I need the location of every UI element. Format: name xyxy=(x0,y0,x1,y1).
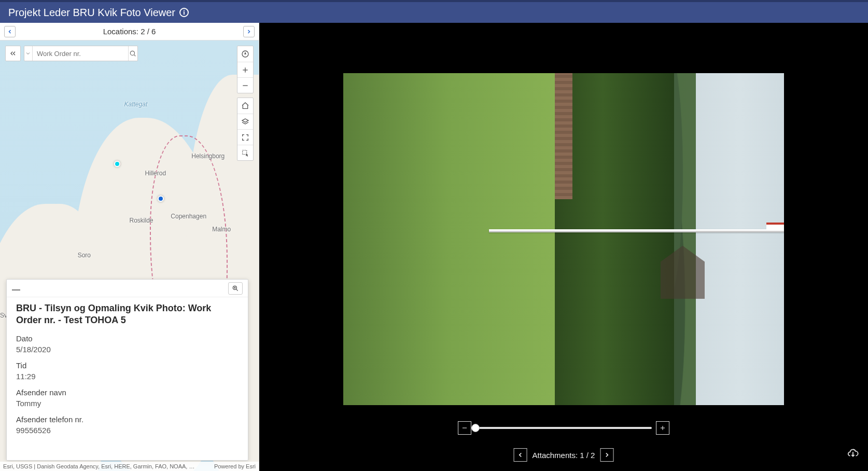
field-label: Afsender navn xyxy=(16,388,239,397)
field-value: 11:29 xyxy=(16,372,239,381)
select-tool-button[interactable] xyxy=(237,145,253,160)
photo-region xyxy=(766,223,784,230)
zoom-in-button[interactable] xyxy=(237,62,253,77)
search-button[interactable] xyxy=(128,46,137,61)
plus-icon xyxy=(659,424,666,432)
minus-icon xyxy=(461,424,468,432)
svg-marker-7 xyxy=(242,119,248,122)
minimize-icon xyxy=(12,289,20,290)
zoom-track[interactable] xyxy=(475,427,652,429)
detail-header xyxy=(7,280,248,297)
minus-icon xyxy=(241,81,249,90)
attachment-nav: Attachments: 1 / 2 xyxy=(514,448,614,462)
home-icon xyxy=(241,102,249,110)
attachment-next-button[interactable] xyxy=(600,448,613,462)
fullscreen-button[interactable] xyxy=(237,129,253,145)
search-input[interactable] xyxy=(33,46,128,61)
zoom-out-button[interactable] xyxy=(237,77,253,93)
field-value: 5/18/2020 xyxy=(16,345,239,354)
zoom-slider xyxy=(458,421,669,435)
layers-button[interactable] xyxy=(237,114,253,129)
home-extent-button[interactable] xyxy=(237,98,253,114)
svg-marker-3 xyxy=(244,52,246,54)
attribution-right: Powered by Esri xyxy=(214,463,256,469)
left-panel: Locations: 2 / 6 Kattegat Helsingborg Hi… xyxy=(0,23,259,471)
svg-line-1 xyxy=(134,55,136,57)
app-title: Projekt Leder BRU Kvik Foto Viewer xyxy=(8,7,175,19)
zoom-handle[interactable] xyxy=(471,424,480,432)
photo[interactable] xyxy=(343,73,784,405)
chevron-down-icon xyxy=(25,50,31,57)
locations-label: Locations: 2 / 6 xyxy=(103,27,156,36)
zoom-to-feature-button[interactable] xyxy=(228,282,243,295)
map-attribution: Esri, USGS | Danish Geodata Agency, Esri… xyxy=(0,462,259,471)
field-value: 99556526 xyxy=(16,426,239,435)
photo-viewer: Attachments: 1 / 2 xyxy=(259,23,868,471)
detail-body[interactable]: BRU - Tilsyn og Opmaling Kvik Photo: Wor… xyxy=(7,297,248,460)
zoom-in-magnifier-icon xyxy=(232,285,239,292)
expand-icon xyxy=(241,133,249,142)
detail-title: BRU - Tilsyn og Opmaling Kvik Photo: Wor… xyxy=(16,302,239,327)
photo-region xyxy=(343,73,555,405)
chevrons-left-icon xyxy=(9,49,17,58)
field-label: Tid xyxy=(16,361,239,370)
download-button[interactable] xyxy=(847,448,859,462)
search-source-dropdown[interactable] xyxy=(24,46,33,61)
map[interactable]: Kattegat Helsingborg Hillerod Copenhagen… xyxy=(0,40,259,471)
zoom-out-button[interactable] xyxy=(458,421,471,435)
chevron-left-icon xyxy=(7,29,13,35)
field-label: Dato xyxy=(16,334,239,343)
selection-icon xyxy=(241,149,249,157)
map-feature-point[interactable] xyxy=(114,161,120,167)
reset-north-button[interactable] xyxy=(237,46,253,62)
photo-region xyxy=(489,229,785,232)
app-header: Projekt Leder BRU Kvik Foto Viewer i xyxy=(0,0,868,23)
locations-next-button[interactable] xyxy=(243,26,255,37)
info-icon[interactable]: i xyxy=(179,8,189,17)
field-value: Tommy xyxy=(16,399,239,408)
locations-prev-button[interactable] xyxy=(4,26,16,37)
attachment-counter: Attachments: 1 / 2 xyxy=(533,451,595,460)
photo-region xyxy=(555,73,674,405)
attachment-prev-button[interactable] xyxy=(514,448,527,462)
locations-bar: Locations: 2 / 6 xyxy=(0,23,259,40)
search-box xyxy=(24,46,138,61)
attribution-left: Esri, USGS | Danish Geodata Agency, Esri… xyxy=(3,463,194,469)
svg-line-10 xyxy=(236,289,237,290)
chevron-left-icon xyxy=(517,451,524,459)
main: Locations: 2 / 6 Kattegat Helsingborg Hi… xyxy=(0,23,868,471)
map-search-row xyxy=(5,46,138,61)
search-icon xyxy=(129,50,136,57)
compass-icon xyxy=(241,50,249,58)
collapse-button[interactable] xyxy=(5,46,21,61)
layers-icon xyxy=(241,118,249,126)
svg-point-0 xyxy=(131,51,135,55)
feature-detail-panel: BRU - Tilsyn og Opmaling Kvik Photo: Wor… xyxy=(6,279,248,461)
minimize-button[interactable] xyxy=(12,286,20,290)
cloud-download-icon xyxy=(847,448,859,460)
plus-icon xyxy=(241,66,249,74)
chevron-right-icon xyxy=(246,29,252,35)
chevron-right-icon xyxy=(603,451,610,459)
map-tool-stack xyxy=(237,46,254,161)
field-label: Afsender telefon nr. xyxy=(16,415,239,424)
zoom-in-button[interactable] xyxy=(656,421,669,435)
